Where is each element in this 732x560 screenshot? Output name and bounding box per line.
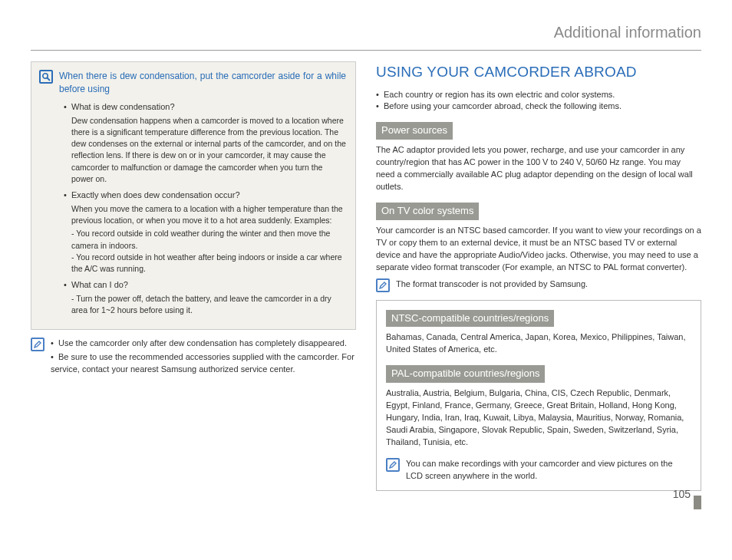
content-columns: When there is dew condensation, put the …: [31, 61, 701, 491]
region-box: NTSC-compatible countries/regions Bahama…: [376, 300, 701, 491]
svg-line-1: [48, 78, 51, 81]
pencil-note-icon: [376, 278, 390, 292]
ntsc-body: Bahamas, Canada, Central America, Japan,…: [386, 331, 691, 356]
page-tab-marker: [694, 496, 701, 509]
a-what-do: Turn the power off, detach the battery, …: [71, 293, 346, 316]
svg-point-0: [43, 74, 48, 78]
callout-title: When there is dew condensation, put the …: [59, 70, 346, 97]
intro-bullet-2: Before using your camcorder abroad, chec…: [376, 100, 701, 113]
left-note: Use the camcorder only after dew condens…: [31, 338, 356, 377]
page-number: 105: [673, 486, 691, 502]
power-body: The AC adaptor provided lets you power, …: [376, 144, 701, 193]
section-title: USING YOUR CAMCORDER ABROAD: [376, 61, 701, 83]
q-when-dew: Exactly when does dew condensation occur…: [71, 190, 240, 199]
left-note-2: Be sure to use the recommended accessori…: [51, 351, 356, 376]
q-what-is-dew: What is dew condensation?: [71, 102, 175, 111]
magnifier-icon: [39, 70, 53, 84]
intro-bullet-1: Each country or region has its own elect…: [376, 89, 701, 101]
subhead-power: Power sources: [376, 122, 453, 140]
q-what-do: What can I do?: [71, 280, 128, 289]
pal-body: Australia, Austria, Belgium, Bulgaria, C…: [386, 387, 691, 449]
pencil-note-icon: [386, 458, 400, 472]
tv-note: The format transcoder is not provided by…: [396, 278, 588, 291]
left-note-1: Use the camcorder only after dew condens…: [51, 338, 356, 350]
subhead-tv: On TV color systems: [376, 203, 479, 220]
subhead-pal: PAL-compatible countries/regions: [386, 365, 545, 383]
tv-body: Your camcorder is an NTSC based camcorde…: [376, 225, 701, 274]
dew-example-1: You record outside in cold weather durin…: [71, 228, 346, 251]
region-note: You can make recordings with your camcor…: [406, 458, 691, 483]
chapter-header: Additional information: [31, 21, 701, 51]
subhead-ntsc: NTSC-compatible countries/regions: [386, 310, 554, 328]
right-column: USING YOUR CAMCORDER ABROAD Each country…: [376, 61, 701, 491]
a-what-is-dew: Dew condensation happens when a camcorde…: [65, 115, 346, 185]
left-column: When there is dew condensation, put the …: [31, 61, 356, 491]
a-when-dew: When you move the camera to a location w…: [65, 203, 346, 226]
dew-example-2: You record outside in hot weather after …: [71, 252, 346, 275]
dew-callout-box: When there is dew condensation, put the …: [31, 61, 356, 330]
pencil-note-icon: [31, 338, 45, 351]
